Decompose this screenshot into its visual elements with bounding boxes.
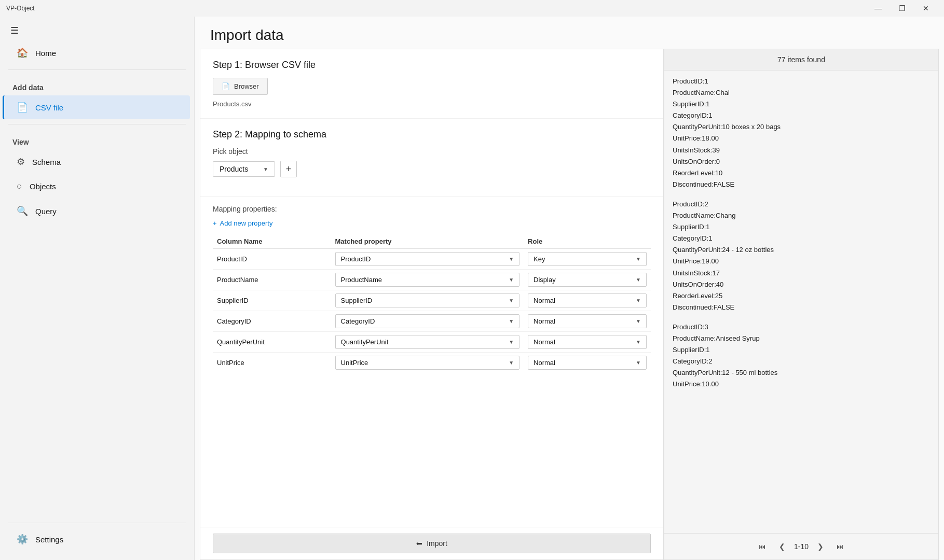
chevron-down-icon: ▼ <box>636 360 641 366</box>
chevron-down-icon: ▼ <box>509 298 514 303</box>
column-name-cell: ProductName <box>213 270 331 290</box>
schema-icon: ⚙ <box>17 156 25 167</box>
column-name-cell: QuantityPerUnit <box>213 332 331 353</box>
record-line: ProductID:3 <box>673 321 930 333</box>
sidebar-schema-label: Schema <box>32 158 61 166</box>
chevron-down-icon: ▼ <box>509 318 514 324</box>
sidebar-item-query[interactable]: 🔍 Query <box>4 199 190 223</box>
record-line: QuantityPerUnit:10 boxes x 20 bags <box>673 121 930 133</box>
import-button[interactable]: ⬅ Import <box>213 534 651 553</box>
record-line: ProductName:Chai <box>673 87 930 99</box>
sidebar-home-label: Home <box>35 49 56 58</box>
record-line: UnitPrice:19.00 <box>673 256 930 267</box>
property-dropdown-4[interactable]: QuantityPerUnit ▼ <box>335 335 520 349</box>
record-line: SupplierID:1 <box>673 344 930 356</box>
role-select-cell: Normal ▼ <box>524 353 651 373</box>
mapping-row: SupplierID SupplierID ▼ Normal ▼ <box>213 290 651 311</box>
record-block: ProductID:2ProductName:ChangSupplierID:1… <box>673 199 930 313</box>
sidebar-settings-label: Settings <box>35 535 63 544</box>
sidebar-item-home[interactable]: 🏠 Home <box>4 41 190 65</box>
mapping-row: QuantityPerUnit QuantityPerUnit ▼ Normal… <box>213 332 651 353</box>
role-select-cell: Key ▼ <box>524 249 651 270</box>
role-select-cell: Normal ▼ <box>524 332 651 353</box>
chevron-down-icon: ▼ <box>263 166 268 172</box>
close-button[interactable]: ✕ <box>914 0 938 17</box>
property-dropdown-1[interactable]: ProductName ▼ <box>335 273 520 287</box>
role-dropdown-5[interactable]: Normal ▼ <box>528 356 647 370</box>
property-dropdown-2[interactable]: SupplierID ▼ <box>335 293 520 307</box>
minimize-button[interactable]: — <box>866 0 890 17</box>
next-page-button[interactable]: ❯ <box>813 539 828 554</box>
sidebar-divider-1 <box>8 69 186 70</box>
property-dropdown-3[interactable]: CategoryID ▼ <box>335 314 520 328</box>
titlebar: VP-Object — ❐ ✕ <box>0 0 944 17</box>
chevron-down-icon: ▼ <box>509 256 514 262</box>
csv-icon: 📄 <box>17 102 28 113</box>
record-line: UnitsOnOrder:0 <box>673 156 930 167</box>
mapping-properties-title: Mapping properties: <box>213 205 651 213</box>
mapping-row: CategoryID CategoryID ▼ Normal ▼ <box>213 311 651 332</box>
role-dropdown-2[interactable]: Normal ▼ <box>528 293 647 307</box>
role-header: Role <box>524 234 651 249</box>
file-icon: 📄 <box>222 82 230 90</box>
object-select-dropdown[interactable]: Products ▼ <box>213 161 275 177</box>
role-dropdown-0[interactable]: Key ▼ <box>528 252 647 266</box>
sidebar-item-settings[interactable]: ⚙️ Settings <box>4 527 190 551</box>
file-name: Products.csv <box>213 100 651 108</box>
record-line: SupplierID:1 <box>673 99 930 110</box>
sidebar-item-objects[interactable]: ○ Objects <box>4 175 190 198</box>
role-select-cell: Display ▼ <box>524 270 651 290</box>
add-data-section-label: Add data <box>0 74 194 95</box>
record-line: ReorderLevel:25 <box>673 290 930 302</box>
chevron-down-icon: ▼ <box>636 256 641 262</box>
hamburger-menu[interactable]: ☰ <box>0 17 194 40</box>
record-block: ProductID:1ProductName:ChaiSupplierID:1C… <box>673 76 930 190</box>
record-line: ProductName:Aniseed Syrup <box>673 333 930 344</box>
last-page-button[interactable]: ⏭ <box>832 539 848 554</box>
chevron-down-icon: ▼ <box>636 318 641 324</box>
sidebar-divider-3 <box>8 523 186 523</box>
record-line: CategoryID:2 <box>673 356 930 367</box>
property-select-cell: CategoryID ▼ <box>331 311 524 332</box>
pagination-label: 1-10 <box>794 542 809 551</box>
content-area: Step 1: Browser CSV file 📄 Browser Produ… <box>195 49 944 560</box>
property-select-cell: ProductID ▼ <box>331 249 524 270</box>
selected-object-label: Products <box>220 165 248 173</box>
sidebar-csv-label: CSV file <box>35 103 63 112</box>
maximize-button[interactable]: ❐ <box>890 0 914 17</box>
add-property-row[interactable]: + Add new property <box>213 219 651 227</box>
property-dropdown-5[interactable]: UnitPrice ▼ <box>335 356 520 370</box>
mapping-table: Column Name Matched property Role Produc… <box>213 234 651 373</box>
role-dropdown-4[interactable]: Normal ▼ <box>528 335 647 349</box>
role-dropdown-1[interactable]: Display ▼ <box>528 273 647 287</box>
property-dropdown-0[interactable]: ProductID ▼ <box>335 252 520 266</box>
record-line: UnitPrice:18.00 <box>673 133 930 144</box>
chevron-down-icon: ▼ <box>509 277 514 283</box>
settings-icon: ⚙️ <box>17 534 28 545</box>
prev-page-button[interactable]: ❮ <box>774 539 790 554</box>
property-select-cell: UnitPrice ▼ <box>331 353 524 373</box>
mapping-row: UnitPrice UnitPrice ▼ Normal ▼ <box>213 353 651 373</box>
record-line: ProductID:1 <box>673 76 930 87</box>
import-btn-row: ⬅ Import <box>200 527 663 559</box>
add-object-button[interactable]: + <box>280 161 297 177</box>
column-name-cell: CategoryID <box>213 311 331 332</box>
app-title: VP-Object <box>6 5 35 12</box>
home-icon: 🏠 <box>17 47 28 59</box>
preview-content: ProductID:1ProductName:ChaiSupplierID:1C… <box>664 71 938 533</box>
step1-title: Step 1: Browser CSV file <box>213 60 651 71</box>
browser-button[interactable]: 📄 Browser <box>213 78 268 95</box>
chevron-down-icon: ▼ <box>636 339 641 345</box>
sidebar-item-csv[interactable]: 📄 CSV file <box>3 95 190 119</box>
sidebar-item-schema[interactable]: ⚙ Schema <box>4 150 190 174</box>
role-dropdown-3[interactable]: Normal ▼ <box>528 314 647 328</box>
role-select-cell: Normal ▼ <box>524 290 651 311</box>
record-line: QuantityPerUnit:24 - 12 oz bottles <box>673 244 930 256</box>
sidebar-bottom: ⚙️ Settings <box>0 519 194 560</box>
chevron-down-icon: ▼ <box>636 277 641 283</box>
sidebar-divider-2 <box>8 124 186 124</box>
matched-property-header: Matched property <box>331 234 524 249</box>
left-panel: Step 1: Browser CSV file 📄 Browser Produ… <box>200 49 664 560</box>
first-page-button[interactable]: ⏮ <box>755 539 770 554</box>
chevron-down-icon: ▼ <box>509 339 514 345</box>
